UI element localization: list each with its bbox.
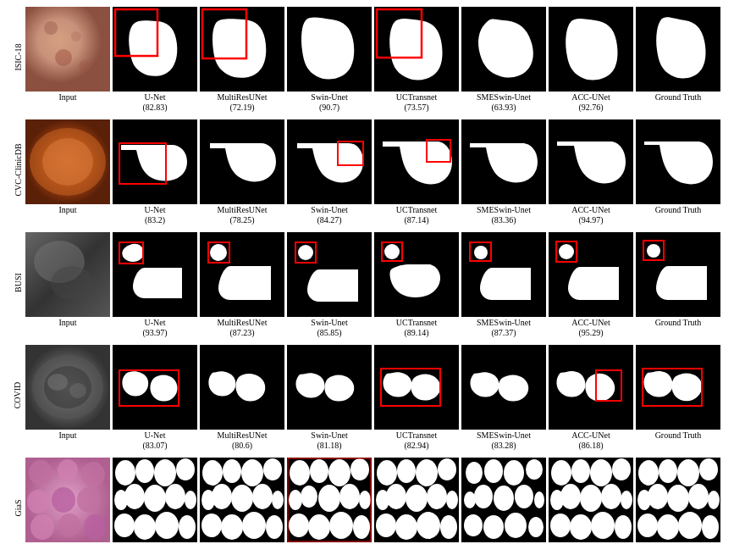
svg-point-88: [185, 491, 196, 509]
cell-label-2-3: Swin-Unet (85.85): [311, 318, 347, 338]
dataset-name: ISIC-18: [14, 43, 23, 70]
image-2-7: [636, 232, 720, 317]
svg-point-82: [154, 459, 176, 486]
cell-4-1: U-Net (96.21): [113, 458, 197, 544]
cell-4-6: ACC-UNet (96.79): [549, 458, 633, 544]
image-4-6: [549, 458, 633, 542]
svg-point-153: [590, 459, 612, 486]
cell-2-7: Ground Truth: [636, 232, 720, 338]
svg-point-101: [252, 484, 273, 509]
cell-2-1: U-Net (93.97): [113, 232, 197, 338]
image-1-7: [636, 119, 720, 204]
dataset-label-covid: COVID: [10, 345, 25, 445]
svg-point-72: [81, 462, 105, 487]
svg-point-96: [241, 459, 263, 486]
svg-point-124: [397, 459, 416, 483]
dataset-name: BUSI: [14, 273, 23, 292]
svg-point-111: [350, 458, 369, 480]
cell-label-0-2: MultiResUNet (72.19): [218, 92, 268, 113]
svg-point-77: [58, 513, 80, 537]
svg-point-103: [201, 513, 222, 537]
cell-1-2: MultiResUNet (78.25): [200, 119, 284, 225]
svg-point-130: [427, 484, 447, 509]
image-2-3: [287, 232, 372, 317]
svg-point-170: [648, 484, 668, 509]
cell-2-6: ACC-UNet (95.29): [549, 232, 633, 338]
row-cvc-clinicdb: CVC-ClinicDB InputU-Net (83.2)MultiResUN…: [10, 119, 746, 230]
cell-1-3: Swin-Unet (84.27): [287, 119, 372, 225]
svg-point-118: [308, 514, 330, 540]
svg-point-57: [69, 383, 86, 398]
image-2-5: [461, 232, 546, 317]
svg-point-152: [571, 459, 590, 483]
cell-4-7: Ground Truth: [636, 458, 720, 544]
dataset-label-isic-18: ISIC-18: [10, 7, 25, 107]
image-0-0: [25, 7, 110, 92]
svg-point-112: [289, 490, 302, 510]
svg-point-92: [179, 515, 196, 539]
svg-point-102: [272, 491, 284, 509]
svg-rect-0: [25, 7, 110, 92]
cell-2-5: SMESwin-Unet (87.37): [461, 232, 546, 338]
cell-label-2-1: U-Net (93.97): [142, 318, 167, 338]
svg-point-123: [377, 460, 397, 486]
svg-point-125: [416, 459, 438, 486]
image-2-4: [374, 232, 459, 317]
row-grid-gias: Input U-Net (96.21): [25, 458, 720, 544]
image-1-2: [200, 119, 284, 204]
svg-point-89: [114, 513, 135, 537]
svg-point-36: [210, 244, 227, 261]
cell-label-3-4: UCTransnet (82.94): [396, 430, 438, 451]
cell-label-3-5: SMESwin-Unet (83.28): [477, 430, 531, 451]
cell-label-2-7: Ground Truth: [655, 318, 702, 328]
svg-point-161: [570, 514, 592, 540]
cell-0-5: SMESwin-Unet (63.93): [461, 7, 546, 113]
svg-point-108: [290, 460, 310, 486]
row-busi: BUSI InputU-Net (93.97)MultiResUNet (87.…: [10, 232, 746, 343]
svg-point-177: [702, 515, 719, 539]
cell-3-0: Input: [25, 345, 110, 451]
cell-label-3-1: U-Net (83.07): [142, 430, 167, 451]
cell-label-1-7: Ground Truth: [655, 205, 702, 215]
svg-point-51: [647, 244, 660, 258]
row-grid-isic-18: InputU-Net (82.83)MultiResUNet (72.19)Sw…: [25, 7, 720, 113]
svg-point-4: [79, 60, 91, 72]
figure-container: ISIC-18 InputU-Net (82.83)MultiResUNet (…: [10, 7, 746, 544]
image-4-4: [374, 458, 459, 542]
dataset-name: GiaS: [14, 499, 23, 516]
svg-point-120: [353, 515, 370, 539]
svg-point-171: [667, 485, 689, 512]
cell-1-7: Ground Truth: [636, 119, 720, 225]
cell-label-1-2: MultiResUNet (78.25): [218, 205, 268, 225]
svg-point-175: [657, 514, 679, 540]
cell-4-5: SMESwin-Unet (87.31): [461, 458, 546, 544]
cell-2-2: MultiResUNet (87.23): [200, 232, 284, 338]
cell-label-0-0: Input: [58, 92, 76, 103]
svg-point-81: [135, 459, 154, 483]
svg-point-165: [638, 460, 659, 486]
cell-label-3-6: ACC-UNet (86.18): [571, 430, 610, 451]
svg-point-146: [464, 514, 483, 536]
image-1-5: [461, 119, 546, 204]
svg-point-160: [550, 513, 571, 537]
svg-point-116: [359, 491, 371, 509]
svg-point-83: [176, 458, 195, 480]
cell-label-1-1: U-Net (83.2): [145, 205, 166, 225]
cell-2-4: UCTransnet (89.14): [374, 232, 459, 338]
image-4-0: [25, 458, 110, 542]
cell-0-6: ACC-UNet (92.76): [549, 7, 633, 113]
cell-0-3: Swin-Unet (90.7): [287, 7, 372, 113]
svg-point-85: [124, 484, 145, 509]
svg-point-90: [134, 514, 156, 540]
image-2-6: [549, 232, 633, 317]
cell-label-0-7: Ground Truth: [655, 92, 702, 103]
svg-point-176: [678, 512, 702, 539]
svg-point-97: [263, 458, 282, 480]
svg-point-133: [395, 514, 417, 540]
image-4-3: [287, 458, 372, 542]
svg-point-42: [384, 244, 400, 259]
cell-1-4: UCTransnet (87.14): [374, 119, 459, 225]
image-3-4: [374, 345, 459, 430]
image-4-2: [200, 458, 284, 542]
cell-1-0: Input: [25, 119, 110, 225]
